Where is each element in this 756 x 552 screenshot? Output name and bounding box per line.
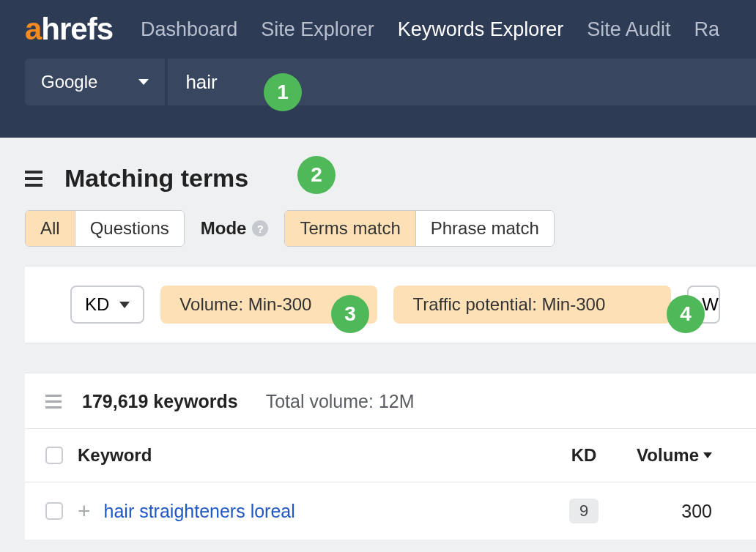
filter-chip-traffic-potential[interactable]: Traffic potential: Min-300 <box>393 286 671 324</box>
kd-filter-label: KD <box>85 294 109 315</box>
column-keyword[interactable]: Keyword <box>78 445 551 466</box>
results-count: 179,619 keywords <box>82 391 238 412</box>
select-all-checkbox[interactable] <box>45 447 63 464</box>
annotation-badge-3: 3 <box>331 295 369 333</box>
nav-rank-tracker[interactable]: Ra <box>694 18 719 41</box>
filter-bar: KD Volume: Min-300 Traffic potential: Mi… <box>25 266 756 343</box>
column-kd[interactable]: KD <box>551 445 617 466</box>
logo-rest: hrefs <box>41 12 113 46</box>
column-volume-label: Volume <box>637 445 699 466</box>
filter-tab-group: All Questions <box>25 210 185 247</box>
nav-dashboard[interactable]: Dashboard <box>141 18 237 41</box>
column-volume[interactable]: Volume <box>617 445 712 466</box>
annotation-badge-4: 4 <box>667 295 705 333</box>
row-checkbox[interactable] <box>45 502 63 520</box>
nav-site-explorer[interactable]: Site Explorer <box>261 18 374 41</box>
row-kd-cell: 9 <box>551 499 617 523</box>
search-query-value: hair <box>185 71 217 94</box>
tab-questions[interactable]: Questions <box>75 211 184 246</box>
ahrefs-logo[interactable]: ahrefs <box>25 12 113 47</box>
help-icon[interactable]: ? <box>252 220 268 236</box>
sidebar-toggle-icon[interactable] <box>25 171 42 187</box>
nav-site-audit[interactable]: Site Audit <box>587 18 670 41</box>
results-panel: 179,619 keywords Total volume: 12M Keywo… <box>25 373 756 540</box>
row-volume-cell: 300 <box>617 501 712 522</box>
logo-letter-a: a <box>25 12 41 46</box>
chevron-down-icon <box>138 79 149 85</box>
results-menu-icon[interactable] <box>45 395 62 409</box>
mode-tab-group: Terms match Phrase match <box>284 210 554 247</box>
mode-label-text: Mode <box>201 218 247 239</box>
kd-badge: 9 <box>569 499 598 523</box>
search-engine-value: Google <box>41 72 97 92</box>
tab-phrase-match[interactable]: Phrase match <box>415 211 554 246</box>
keyword-search-input[interactable]: hair <box>168 59 756 105</box>
chevron-down-icon <box>119 302 130 308</box>
table-row: + hair straighteners loreal 9 300 <box>25 482 756 540</box>
results-total-volume: Total volume: 12M <box>266 391 415 412</box>
table-header: Keyword KD Volume <box>25 429 756 482</box>
expand-row-icon[interactable]: + <box>78 499 91 523</box>
page-title: Matching terms <box>64 164 248 193</box>
tab-terms-match[interactable]: Terms match <box>285 211 415 246</box>
annotation-badge-1: 1 <box>264 73 302 111</box>
nav-keywords-explorer[interactable]: Keywords Explorer <box>398 18 564 41</box>
mode-label: Mode ? <box>201 218 269 239</box>
sort-desc-icon <box>703 452 712 458</box>
keyword-link[interactable]: hair straighteners loreal <box>104 501 551 522</box>
annotation-badge-2: 2 <box>297 156 336 194</box>
tab-all[interactable]: All <box>26 211 75 246</box>
kd-filter-button[interactable]: KD <box>70 286 144 324</box>
search-engine-select[interactable]: Google <box>25 59 165 105</box>
